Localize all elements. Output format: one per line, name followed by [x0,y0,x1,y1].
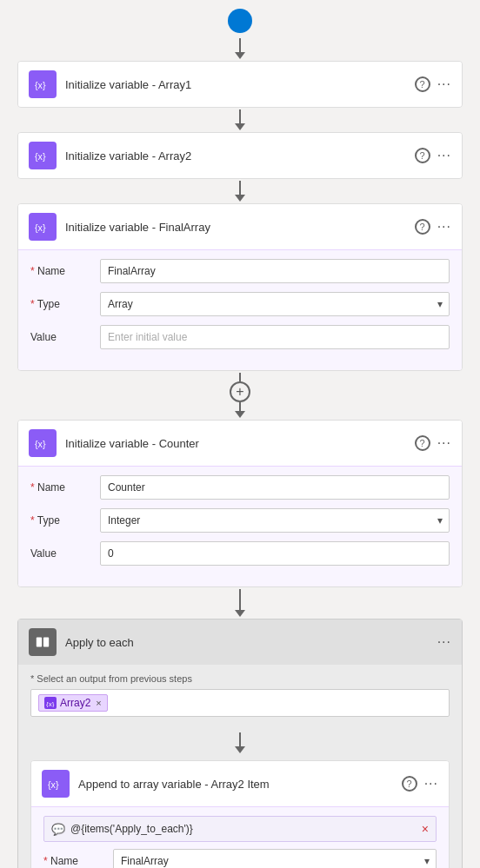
apply-to-each-title: Apply to each [65,636,429,649]
apply-to-each-block: Apply to each ··· * Select an output fro… [17,619,463,868]
formula-close[interactable]: × [422,822,429,836]
action-header-init-finalarray[interactable]: {x} Initialize variable - FinalArray ? ·… [18,204,462,249]
action-header-init-array2[interactable]: {x} Initialize variable - Array2 ? ··· [18,133,462,178]
svg-text:{x}: {x} [46,700,55,707]
init-array1-more[interactable]: ··· [437,76,451,92]
counter-value-label: Value [30,547,100,560]
connector-3 [235,181,245,202]
action-init-array1: {x} Initialize variable - Array1 ? ··· [17,61,463,108]
append-array2-more[interactable]: ··· [424,776,438,792]
array2-tag: {x} Array2 × [38,694,108,712]
finalarray-name-label: Name [30,265,100,277]
plus-btn-1[interactable]: + [230,381,250,402]
array2-tag-close[interactable]: × [96,698,101,708]
init-finalarray-title: Initialize variable - FinalArray [65,221,406,234]
action-append-array2-item: {x} Append to array variable - Array2 It… [30,760,450,868]
flow-start-circle [228,9,252,33]
finalarray-type-label: Type [30,298,100,310]
init-counter-icon: {x} [29,429,57,457]
init-finalarray-help[interactable]: ? [415,219,430,235]
apply-to-each-header[interactable]: Apply to each ··· [18,620,462,665]
apply-tag-input[interactable]: {x} Array2 × [30,689,450,717]
init-finalarray-body: Name Type Array Boolean Float Integer Ob… [18,249,462,370]
apply-inner-actions: {x} Append to array variable - Array2 It… [30,726,450,868]
counter-name-input[interactable] [100,475,450,500]
action-header-init-counter[interactable]: {x} Initialize variable - Counter ? ··· [18,421,462,466]
append-array2-title: Append to array variable - Array2 Item [78,778,393,791]
action-init-counter: {x} Initialize variable - Counter ? ··· … [17,420,463,587]
action-init-array2: {x} Initialize variable - Array2 ? ··· [17,132,463,179]
array2-tag-icon: {x} [44,697,57,709]
finalarray-type-select-wrapper: Array Boolean Float Integer Object Strin… [100,292,450,316]
inner-connector-1 [235,732,245,753]
finalarray-value-input[interactable] [100,325,450,349]
append-array2-body: 💬 @{items('Apply_to_each')} × Name Final… [31,806,449,868]
counter-type-select-wrapper: Integer Array Boolean Float Object Strin… [100,508,450,533]
action-header-init-array1[interactable]: {x} Initialize variable - Array1 ? ··· [18,62,462,107]
finalarray-type-select[interactable]: Array Boolean Float Integer Object Strin… [100,292,450,316]
init-array2-help[interactable]: ? [415,148,430,163]
connector-2 [235,109,245,130]
init-array2-icon: {x} [29,142,57,169]
svg-text:{x}: {x} [35,151,46,162]
init-array2-more[interactable]: ··· [437,148,451,163]
formula-msg-icon: 💬 [51,823,65,836]
counter-type-select[interactable]: Integer Array Boolean Float Object Strin… [100,508,450,533]
apply-select-label: * Select an output from previous steps [30,673,450,684]
init-array2-title: Initialize variable - Array2 [65,149,406,162]
init-array1-icon: {x} [29,70,57,98]
counter-name-label: Name [30,481,100,494]
init-counter-title: Initialize variable - Counter [65,437,406,450]
append-array2-icon: {x} [42,770,70,798]
append-array2-formula: 💬 @{items('Apply_to_each')} × [43,816,437,842]
connector-1 [235,38,245,59]
init-array1-help[interactable]: ? [415,76,430,92]
svg-rect-4 [37,638,42,647]
svg-rect-5 [43,638,49,647]
counter-value-input[interactable] [100,541,450,566]
connector-4 [235,589,245,617]
append-array2-help[interactable]: ? [402,776,417,792]
init-finalarray-icon: {x} [29,213,57,241]
init-array1-title: Initialize variable - Array1 [65,78,406,91]
init-counter-more[interactable]: ··· [437,435,451,451]
array2-tag-label: Array2 [60,697,90,709]
append-array2-name-select[interactable]: FinalArray [113,849,437,868]
formula-text: @{items('Apply_to_each')} [70,823,422,835]
svg-text:{x}: {x} [35,439,46,449]
action-header-append-array2[interactable]: {x} Append to array variable - Array2 It… [31,761,449,806]
finalarray-value-label: Value [30,331,100,343]
svg-text:{x}: {x} [35,80,46,90]
init-finalarray-more[interactable]: ··· [437,219,451,235]
action-init-finalarray: {x} Initialize variable - FinalArray ? ·… [17,203,463,371]
counter-type-label: Type [30,514,100,527]
svg-text:{x}: {x} [48,779,59,790]
append-array2-name-label: Name [43,855,113,867]
init-counter-help[interactable]: ? [415,435,430,451]
init-counter-body: Name Type Integer Array Boolean Float Ob… [18,466,462,586]
svg-text:{x}: {x} [35,222,46,233]
finalarray-name-input[interactable] [100,259,450,283]
append-array2-name-select-wrapper: FinalArray [113,849,437,868]
apply-to-each-icon [29,628,57,656]
apply-to-each-more[interactable]: ··· [437,634,451,650]
apply-to-each-body: * Select an output from previous steps {… [18,665,462,868]
plus-connector-1: + [230,373,250,418]
